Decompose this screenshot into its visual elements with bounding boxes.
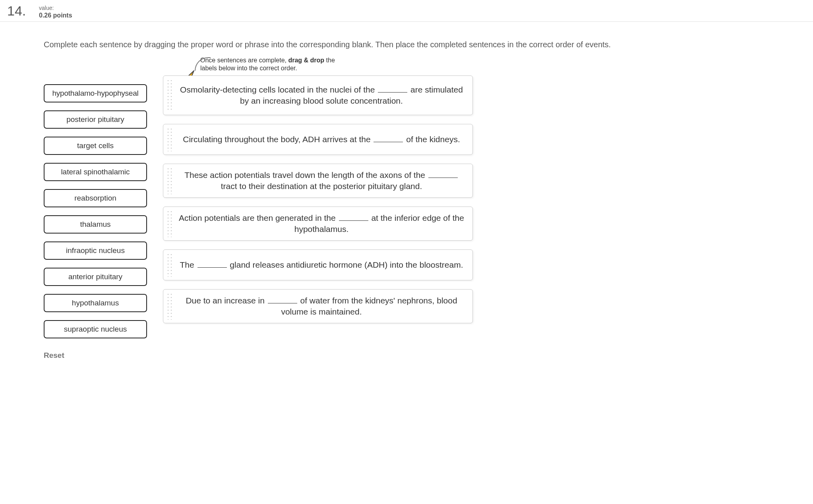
order-note-text: labels below into the correct order. <box>200 64 473 72</box>
blank-slot[interactable] <box>428 174 458 178</box>
sentence-text: Circulating throughout the body, ADH arr… <box>178 134 465 145</box>
order-note-bold: drag & drop <box>288 57 324 64</box>
order-note: Once sentences are complete, drag & drop… <box>200 56 473 72</box>
drag-handle-icon[interactable] <box>166 167 173 194</box>
chip-infraoptic-nucleus[interactable]: infraoptic nucleus <box>44 241 147 260</box>
sentence-text: The gland releases antidiuretic hormone … <box>178 259 465 270</box>
drag-handle-icon[interactable] <box>166 253 173 277</box>
sentence-card[interactable]: Circulating throughout the body, ADH arr… <box>163 124 473 155</box>
blank-slot[interactable] <box>339 216 368 221</box>
sentence-card[interactable]: Osmolarity-detecting cells located in th… <box>163 75 473 115</box>
points-value: 0.26 points <box>39 12 72 19</box>
drag-handle-icon[interactable] <box>166 293 173 320</box>
sentence-text: Due to an increase in of water from the … <box>178 295 465 317</box>
order-note-text: the <box>326 57 335 64</box>
chip-hypothalamo-hypophyseal[interactable]: hypothalamo-hypophyseal <box>44 84 147 102</box>
drag-handle-icon[interactable] <box>166 127 173 151</box>
chip-posterior-pituitary[interactable]: posterior pituitary <box>44 110 147 129</box>
reset-button[interactable]: Reset <box>44 351 64 360</box>
sentence-card[interactable]: Due to an increase in of water from the … <box>163 289 473 323</box>
blank-slot[interactable] <box>378 88 407 93</box>
chip-lateral-spinothalamic[interactable]: lateral spinothalamic <box>44 163 147 181</box>
sentence-text: Action potentials are then generated in … <box>178 212 465 235</box>
sentence-text: These action potentials travel down the … <box>178 170 465 192</box>
sentence-card[interactable]: Action potentials are then generated in … <box>163 207 473 241</box>
order-note-text: Once sentences are complete, <box>200 57 286 64</box>
sentence-card[interactable]: The gland releases antidiuretic hormone … <box>163 249 473 280</box>
sentence-card[interactable]: These action potentials travel down the … <box>163 164 473 198</box>
question-header: 14. value: 0.26 points <box>0 0 813 22</box>
sentence-text: Osmolarity-detecting cells located in th… <box>178 84 465 106</box>
word-bank: hypothalamo-hypophyseal posterior pituit… <box>44 84 147 360</box>
blank-slot[interactable] <box>197 263 227 268</box>
question-number: 14. <box>0 3 39 19</box>
value-label: value: <box>39 5 72 11</box>
blank-slot[interactable] <box>374 138 403 142</box>
chip-reabsorption[interactable]: reabsorption <box>44 189 147 207</box>
drag-handle-icon[interactable] <box>166 79 173 112</box>
chip-anterior-pituitary[interactable]: anterior pituitary <box>44 268 147 286</box>
chip-target-cells[interactable]: target cells <box>44 137 147 155</box>
sentence-order-area: Once sentences are complete, drag & drop… <box>163 56 473 332</box>
instructions-text: Complete each sentence by dragging the p… <box>44 40 797 49</box>
chip-supraoptic-nucleus[interactable]: supraoptic nucleus <box>44 320 147 338</box>
blank-slot[interactable] <box>268 299 297 303</box>
chip-thalamus[interactable]: thalamus <box>44 215 147 234</box>
chip-hypothalamus[interactable]: hypothalamus <box>44 294 147 312</box>
drag-handle-icon[interactable] <box>166 210 173 237</box>
